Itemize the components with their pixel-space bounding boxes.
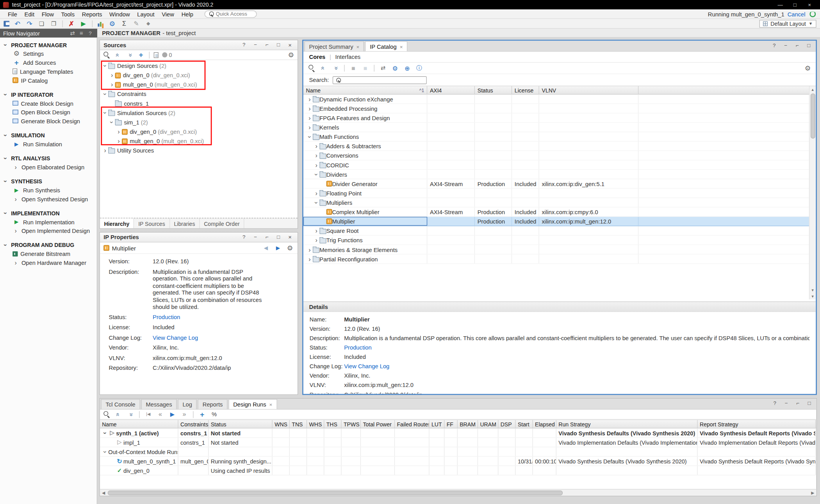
catalog-row-partial-reconfiguration[interactable]: ›Partial Reconfiguration: [303, 254, 816, 264]
caret-collapsed-icon[interactable]: ›: [313, 227, 319, 234]
tab-project-summary[interactable]: Project Summary×: [304, 41, 364, 51]
runs-column-elapsed[interactable]: Elapsed: [533, 420, 556, 428]
caret-collapsed-icon[interactable]: ›: [307, 246, 313, 252]
menu-window[interactable]: Window: [106, 10, 134, 18]
rew-icon[interactable]: «: [156, 410, 164, 418]
menu-layout[interactable]: Layout: [134, 10, 158, 18]
float-panel-icon[interactable]: ⌐: [794, 399, 802, 407]
source-tree-item-constrs-1[interactable]: ›constrs_1: [100, 99, 298, 108]
expand-all-icon[interactable]: «: [332, 64, 339, 72]
run-row-out-of-context-module-runs[interactable]: ›Out-of-Context Module Runs: [100, 447, 816, 456]
scroll-down-icon[interactable]: ▼: [809, 293, 816, 299]
ffwd-icon[interactable]: »: [180, 410, 188, 418]
run-row-synth-1-active[interactable]: ›▷synth_1 (active)constrs_1Not startedVi…: [100, 428, 816, 438]
collapse-all-icon[interactable]: «: [114, 410, 122, 418]
subtab-interfaces[interactable]: Interfaces: [335, 54, 361, 60]
runs-column-wns[interactable]: WNS: [273, 420, 290, 428]
flow-section-header[interactable]: ›RTL ANALYSIS: [0, 154, 97, 162]
caret-expanded-icon[interactable]: ›: [102, 91, 108, 97]
runs-horizontal-scrollbar[interactable]: ◀ ▶: [100, 489, 816, 496]
catalog-row-floating-point[interactable]: ›Floating Point: [303, 188, 816, 198]
scroll-left-icon[interactable]: ◀: [100, 490, 107, 496]
catalog-row-adders-subtracters[interactable]: ›Adders & Subtracters: [303, 142, 816, 151]
flow-item-run-synthesis[interactable]: ▶Run Synthesis: [0, 185, 97, 194]
gear-icon[interactable]: ⚙: [804, 64, 811, 72]
add-icon[interactable]: +: [137, 51, 145, 59]
wand-icon[interactable]: ◆: [144, 20, 152, 27]
minimize-panel-icon[interactable]: −: [782, 41, 790, 49]
tab-design-runs[interactable]: Design Runs×: [228, 399, 277, 409]
menu-reports[interactable]: Reports: [78, 10, 105, 18]
runs-column-run-strategy[interactable]: Run Strategy: [556, 420, 698, 428]
minimize-button[interactable]: —: [773, 0, 788, 9]
message-count-badge[interactable]: 0: [162, 52, 172, 58]
flow-item-open-elaborated-design[interactable]: ›Open Elaborated Design: [0, 163, 97, 172]
catalog-row-embedded-processing[interactable]: ›Embedded Processing: [303, 104, 816, 114]
caret-expanded-icon[interactable]: ›: [313, 171, 319, 177]
caret-collapsed-icon[interactable]: ›: [307, 256, 313, 262]
column-header-status[interactable]: Status: [475, 86, 512, 94]
ip-properties-field-value[interactable]: View Change Log: [153, 334, 269, 341]
runs-column-bram[interactable]: BRAM: [458, 420, 478, 428]
caret-collapsed-icon[interactable]: ›: [116, 138, 122, 144]
catalog-row-dynamic-function-exchange[interactable]: ›Dynamic Function eXchange: [303, 94, 816, 104]
caret-expanded-icon[interactable]: ›: [307, 133, 313, 140]
undo-icon[interactable]: ↶: [14, 20, 21, 27]
caret-collapsed-icon[interactable]: ›: [109, 72, 115, 78]
run-row-div-gen-0[interactable]: ✓div_gen_0Using cached IP results: [100, 466, 816, 476]
gear-icon[interactable]: ⚙: [287, 51, 295, 59]
flow-section-header[interactable]: ›PROJECT MANAGER: [0, 41, 97, 49]
flow-item-open-synthesized-design[interactable]: ›Open Synthesized Design: [0, 194, 97, 203]
runs-column-whs[interactable]: WHS: [307, 420, 324, 428]
maximize-panel-icon[interactable]: □: [806, 399, 813, 407]
catalog-row-trig-functions[interactable]: ›Trig Functions: [303, 236, 816, 245]
edit-icon[interactable]: ✎: [132, 20, 140, 27]
menu-flow[interactable]: Flow: [38, 10, 57, 18]
source-tree-item-design-sources[interactable]: ›Design Sources (2): [100, 61, 298, 71]
column-header-vlnv[interactable]: VLNV: [539, 86, 638, 94]
fwd-nav-icon[interactable]: ▶: [274, 244, 282, 252]
close-tab-icon[interactable]: ×: [400, 44, 403, 50]
catalog-row-fpga-features-and-design[interactable]: ›FPGA Features and Design: [303, 114, 816, 123]
help-icon[interactable]: ?: [240, 233, 248, 241]
caret-expanded-icon[interactable]: ›: [109, 119, 115, 125]
sources-tab-compile-order[interactable]: Compile Order: [200, 218, 244, 228]
link-icon[interactable]: ⇄: [379, 64, 387, 72]
close-tab-icon[interactable]: ×: [269, 401, 273, 407]
caret-expanded-icon[interactable]: ›: [102, 110, 108, 116]
catalog-row-kernels[interactable]: ›Kernels: [303, 123, 816, 132]
play-blue-icon[interactable]: ▶: [168, 410, 176, 418]
column-header-axi4[interactable]: AXI4: [427, 86, 475, 94]
minimize-panel-icon[interactable]: −: [783, 399, 790, 407]
maximize-panel-icon[interactable]: □: [275, 233, 282, 241]
runs-column-total-power[interactable]: Total Power: [361, 420, 395, 428]
cancel-run-icon[interactable]: ✗: [68, 20, 75, 27]
flow-item-generate-bitstream[interactable]: Generate Bitstream: [0, 249, 97, 258]
runs-column-constraints[interactable]: Constraints: [178, 420, 209, 428]
run-row-impl-1[interactable]: ▷impl_1constrs_1Not startedVivado Implem…: [100, 438, 816, 447]
step-first-icon[interactable]: |◀: [144, 410, 152, 418]
gear-icon[interactable]: ⚙: [286, 244, 294, 252]
close-tab-icon[interactable]: ×: [357, 44, 360, 50]
runs-column-tpws[interactable]: TPWS: [342, 420, 361, 428]
minimize-panel-icon[interactable]: −: [251, 233, 259, 241]
runs-column-name[interactable]: Name: [100, 420, 178, 428]
run-icon[interactable]: ▶: [80, 20, 87, 27]
add-icon[interactable]: +: [198, 410, 206, 418]
menu-edit[interactable]: Edit: [21, 10, 38, 18]
scroll-down-icon[interactable]: ▼: [809, 287, 816, 293]
help-light-icon[interactable]: ?: [86, 29, 94, 37]
task-progress-spinner-icon[interactable]: [809, 11, 816, 17]
menu-file[interactable]: File: [4, 10, 21, 18]
close-panel-icon[interactable]: ×: [286, 41, 294, 49]
flow-item-open-block-design[interactable]: Open Block Design: [0, 108, 97, 117]
caret-collapsed-icon[interactable]: ›: [307, 96, 313, 102]
flow-item-run-simulation[interactable]: ▶Run Simulation: [0, 140, 97, 149]
column-header-license[interactable]: License: [512, 86, 539, 94]
float-panel-icon[interactable]: ⌐: [263, 233, 271, 241]
search-icon[interactable]: [308, 64, 316, 72]
search-icon[interactable]: [103, 410, 111, 418]
runs-column-dsp[interactable]: DSP: [498, 420, 515, 428]
catalog-row-divider-generator[interactable]: ›Divider GeneratorAXI4-StreamProductionI…: [303, 179, 816, 188]
save-icon[interactable]: [4, 21, 9, 27]
